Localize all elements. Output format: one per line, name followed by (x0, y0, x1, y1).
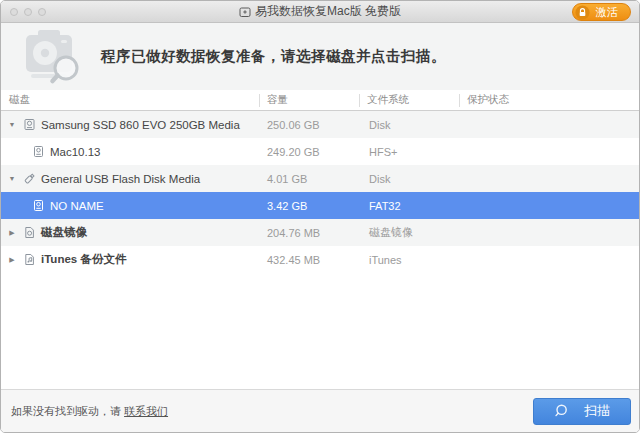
disk-name: Samsung SSD 860 EVO 250GB Media (41, 119, 240, 131)
activate-button[interactable]: 激活 (572, 3, 631, 21)
table-row[interactable]: NO NAME3.42 GBFAT32 (1, 192, 639, 219)
window-title-text: 易我数据恢复Mac版 免费版 (255, 3, 401, 20)
usb-drive-icon (23, 172, 36, 185)
window-title: 易我数据恢复Mac版 免费版 (239, 3, 401, 20)
titlebar: 易我数据恢复Mac版 免费版 激活 (1, 1, 639, 23)
table-header: 磁盘 容量 文件系统 保护状态 (1, 90, 639, 111)
app-icon (239, 6, 251, 18)
footer-hint-text: 如果没有找到驱动，请 (11, 405, 124, 417)
app-window: 易我数据恢复Mac版 免费版 激活 (0, 0, 640, 433)
table-row[interactable]: ▶磁盘镜像204.76 MB磁盘镜像 (1, 219, 639, 246)
filesystem-value: Disk (359, 173, 459, 185)
disk-name: General USB Flash Disk Media (41, 173, 200, 185)
table-row[interactable]: ▶iTunes 备份文件432.45 MBiTunes (1, 246, 639, 273)
contact-us-link[interactable]: 联系我们 (124, 405, 168, 417)
column-header-filesystem[interactable]: 文件系统 (359, 90, 459, 110)
traffic-lights (10, 8, 46, 16)
table-row[interactable]: ▼General USB Flash Disk Media4.01 GBDisk (1, 165, 639, 192)
table-row[interactable]: ▼Samsung SSD 860 EVO 250GB Media250.06 G… (1, 111, 639, 138)
disk-name: NO NAME (50, 200, 104, 212)
capacity-value: 432.45 MB (259, 254, 359, 266)
collapse-triangle-icon[interactable]: ▼ (7, 175, 17, 182)
footer: 如果没有找到驱动，请 联系我们 扫描 (1, 389, 639, 432)
disk-cell: ▼Samsung SSD 860 EVO 250GB Media (1, 118, 259, 131)
activate-label: 激活 (596, 5, 618, 20)
internal-drive-icon (23, 118, 36, 131)
disk-name: 磁盘镜像 (41, 225, 87, 240)
disk-cell: ▶iTunes 备份文件 (1, 252, 259, 267)
table-row[interactable]: Mac10.13249.20 GBHFS+ (1, 138, 639, 165)
disk-cell: NO NAME (1, 199, 259, 212)
disk-cell: Mac10.13 (1, 145, 259, 158)
collapse-triangle-icon[interactable]: ▼ (7, 121, 17, 128)
capacity-value: 4.01 GB (259, 173, 359, 185)
filesystem-value: 磁盘镜像 (359, 225, 459, 240)
filesystem-value: iTunes (359, 254, 459, 266)
capacity-value: 249.20 GB (259, 146, 359, 158)
expand-triangle-icon[interactable]: ▶ (7, 229, 17, 237)
disk-image-icon (23, 226, 36, 239)
disk-table-body: ▼Samsung SSD 860 EVO 250GB Media250.06 G… (1, 111, 639, 389)
column-header-protection[interactable]: 保护状态 (459, 90, 639, 110)
drive-search-icon (23, 29, 85, 85)
itunes-backup-icon (23, 253, 36, 266)
volume-icon (32, 145, 45, 158)
filesystem-value: FAT32 (359, 200, 459, 212)
capacity-value: 3.42 GB (259, 200, 359, 212)
capacity-value: 250.06 GB (259, 119, 359, 131)
header-band: 程序已做好数据恢复准备，请选择磁盘并点击扫描。 (1, 23, 639, 90)
column-header-disk[interactable]: 磁盘 (1, 90, 259, 110)
disk-cell: ▼General USB Flash Disk Media (1, 172, 259, 185)
expand-triangle-icon[interactable]: ▶ (7, 256, 17, 264)
disk-cell: ▶磁盘镜像 (1, 225, 259, 240)
column-header-capacity[interactable]: 容量 (259, 90, 359, 110)
magnifier-icon (554, 404, 568, 418)
disk-name: Mac10.13 (50, 146, 101, 158)
capacity-value: 204.76 MB (259, 227, 359, 239)
filesystem-value: HFS+ (359, 146, 459, 158)
scan-button[interactable]: 扫描 (533, 398, 631, 425)
zoom-button[interactable] (38, 8, 46, 16)
scan-label: 扫描 (584, 402, 610, 420)
volume-icon (32, 199, 45, 212)
lock-icon (575, 5, 590, 20)
filesystem-value: Disk (359, 119, 459, 131)
disk-name: iTunes 备份文件 (41, 252, 126, 267)
footer-hint: 如果没有找到驱动，请 联系我们 (11, 404, 168, 419)
close-button[interactable] (10, 8, 18, 16)
status-message: 程序已做好数据恢复准备，请选择磁盘并点击扫描。 (101, 47, 446, 66)
minimize-button[interactable] (24, 8, 32, 16)
